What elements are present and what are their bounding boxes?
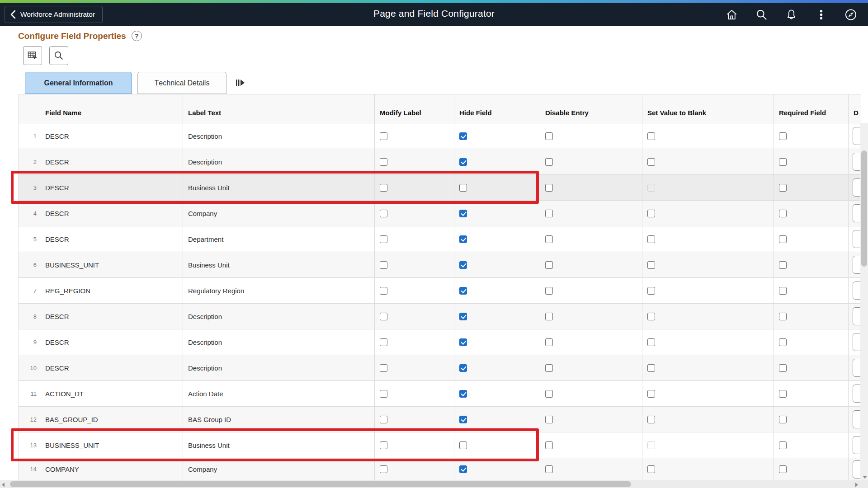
modify-label-checkbox[interactable] xyxy=(380,158,387,166)
set-value-to-blank-checkbox[interactable] xyxy=(647,364,655,372)
home-icon[interactable] xyxy=(725,8,738,21)
set-value-to-blank-checkbox[interactable] xyxy=(647,261,655,269)
set-value-to-blank-checkbox[interactable] xyxy=(647,416,655,423)
modify-label-checkbox[interactable] xyxy=(380,287,387,295)
hide-field-checkbox[interactable] xyxy=(459,210,467,217)
set-value-to-blank-cell xyxy=(642,355,774,380)
set-value-to-blank-checkbox[interactable] xyxy=(647,313,655,320)
disable-entry-checkbox[interactable] xyxy=(545,465,553,473)
set-value-to-blank-checkbox[interactable] xyxy=(647,465,655,473)
zoom-grid-button[interactable] xyxy=(49,46,68,65)
hide-field-checkbox[interactable] xyxy=(459,465,467,473)
modify-label-checkbox[interactable] xyxy=(380,390,387,398)
disable-entry-checkbox[interactable] xyxy=(545,390,553,398)
required-field-checkbox[interactable] xyxy=(779,338,787,346)
vertical-scrollbar-thumb[interactable] xyxy=(861,150,867,267)
hide-field-cell xyxy=(454,355,540,380)
navbar-compass-icon[interactable] xyxy=(844,8,857,21)
search-icon[interactable] xyxy=(755,8,768,21)
hide-field-checkbox[interactable] xyxy=(459,338,467,346)
disable-entry-checkbox[interactable] xyxy=(545,416,553,423)
hide-field-checkbox[interactable] xyxy=(459,184,467,192)
scroll-left-arrow-icon[interactable] xyxy=(2,483,5,487)
horizontal-scrollbar-thumb[interactable] xyxy=(10,481,631,487)
required-field-checkbox[interactable] xyxy=(779,158,787,166)
hide-field-checkbox[interactable] xyxy=(459,416,467,423)
set-value-to-blank-checkbox[interactable] xyxy=(647,158,655,166)
field-name-cell: DESCR xyxy=(40,201,183,226)
hide-field-checkbox[interactable] xyxy=(459,132,467,140)
disable-entry-checkbox[interactable] xyxy=(545,287,553,295)
disable-entry-checkbox[interactable] xyxy=(545,364,553,372)
modify-label-checkbox[interactable] xyxy=(380,235,387,243)
hide-field-checkbox[interactable] xyxy=(459,313,467,320)
hide-field-checkbox[interactable] xyxy=(459,390,467,398)
tab-general-information[interactable]: General Information xyxy=(25,72,132,94)
column-header-d: D xyxy=(849,94,861,123)
disable-entry-checkbox[interactable] xyxy=(545,184,553,192)
modify-label-checkbox[interactable] xyxy=(380,210,387,217)
hide-field-checkbox[interactable] xyxy=(459,441,467,449)
hide-field-checkbox[interactable] xyxy=(459,235,467,243)
required-field-checkbox[interactable] xyxy=(779,132,787,140)
set-value-to-blank-checkbox[interactable] xyxy=(647,390,655,398)
set-value-to-blank-checkbox[interactable] xyxy=(647,235,655,243)
scroll-right-arrow-icon[interactable] xyxy=(855,483,858,487)
required-field-checkbox[interactable] xyxy=(779,416,787,423)
notifications-icon[interactable] xyxy=(785,8,797,21)
hide-field-checkbox[interactable] xyxy=(459,287,467,295)
grid-toolbar xyxy=(23,46,68,65)
horizontal-scrollbar[interactable] xyxy=(0,480,868,488)
required-field-checkbox[interactable] xyxy=(779,287,787,295)
modify-label-checkbox[interactable] xyxy=(380,416,387,423)
field-name-cell: BUSINESS_UNIT xyxy=(40,252,183,277)
required-field-cell xyxy=(774,278,849,303)
hide-field-checkbox[interactable] xyxy=(459,158,467,166)
disable-entry-checkbox[interactable] xyxy=(545,235,553,243)
modify-label-checkbox[interactable] xyxy=(380,313,387,320)
required-field-checkbox[interactable] xyxy=(779,465,787,473)
modify-label-checkbox[interactable] xyxy=(380,465,387,473)
required-field-checkbox[interactable] xyxy=(779,313,787,320)
modify-label-checkbox[interactable] xyxy=(380,184,387,192)
required-field-checkbox[interactable] xyxy=(779,210,787,217)
modify-label-checkbox[interactable] xyxy=(380,338,387,346)
modify-label-checkbox[interactable] xyxy=(380,441,387,449)
disable-entry-checkbox[interactable] xyxy=(545,261,553,269)
set-value-to-blank-checkbox[interactable] xyxy=(647,132,655,140)
column-header-label-text: Label Text xyxy=(183,94,375,123)
disable-entry-checkbox[interactable] xyxy=(545,338,553,346)
disable-entry-checkbox[interactable] xyxy=(545,313,553,320)
disable-entry-checkbox[interactable] xyxy=(545,210,553,217)
vertical-scrollbar[interactable] xyxy=(860,123,868,480)
label-text-cell: Description xyxy=(183,304,375,329)
tab-technical-details[interactable]: Technical Details xyxy=(137,72,226,94)
personalize-grid-button[interactable] xyxy=(23,46,42,65)
set-value-to-blank-checkbox[interactable] xyxy=(647,287,655,295)
scroll-down-arrow-icon[interactable] xyxy=(863,476,867,479)
field-name-cell: DESCR xyxy=(40,175,183,200)
set-value-to-blank-checkbox[interactable] xyxy=(647,338,655,346)
modify-label-checkbox[interactable] xyxy=(380,364,387,372)
disable-entry-checkbox[interactable] xyxy=(545,441,553,449)
disable-entry-checkbox[interactable] xyxy=(545,158,553,166)
hide-field-checkbox[interactable] xyxy=(459,364,467,372)
hide-field-checkbox[interactable] xyxy=(459,261,467,269)
required-field-checkbox[interactable] xyxy=(779,235,787,243)
required-field-checkbox[interactable] xyxy=(779,441,787,449)
set-value-to-blank-checkbox[interactable] xyxy=(647,210,655,217)
required-field-checkbox[interactable] xyxy=(779,184,787,192)
row-number: 5 xyxy=(19,226,40,252)
modify-label-checkbox[interactable] xyxy=(380,261,387,269)
clipped-column-cell xyxy=(849,355,861,380)
required-field-checkbox[interactable] xyxy=(779,261,787,269)
show-following-tabs-icon[interactable] xyxy=(236,79,245,89)
required-field-checkbox[interactable] xyxy=(779,390,787,398)
modify-label-cell xyxy=(375,407,454,432)
field-name-cell: COMPANY xyxy=(40,458,183,480)
help-icon[interactable]: ? xyxy=(132,31,142,41)
more-actions-icon[interactable] xyxy=(815,8,827,21)
modify-label-checkbox[interactable] xyxy=(380,132,387,140)
disable-entry-checkbox[interactable] xyxy=(545,132,553,140)
required-field-checkbox[interactable] xyxy=(779,364,787,372)
